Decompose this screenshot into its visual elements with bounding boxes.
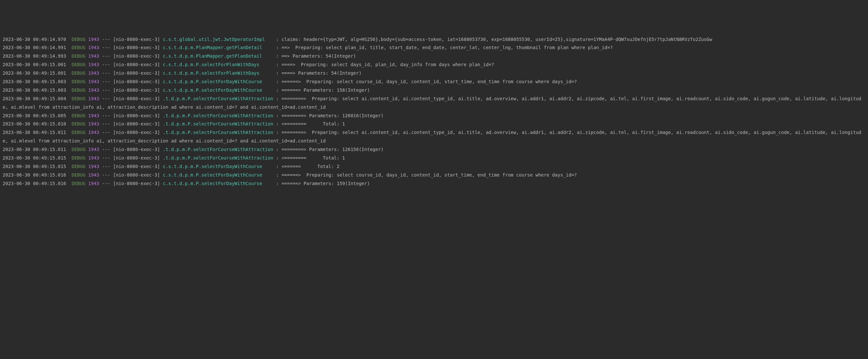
log-thread: [nio-8080-exec-3]	[113, 70, 160, 76]
log-line: 2023-06-30 00:49:15.003 DEBUG 1943 --- […	[3, 78, 865, 86]
log-separator: ---	[102, 147, 110, 152]
log-message: claims: header={typ=JWT, alg=HS256},body…	[279, 37, 712, 42]
log-pid: 1943	[88, 113, 99, 118]
log-colon: :	[276, 121, 279, 126]
log-timestamp: 2023-06-30 00:49:15.001	[3, 70, 66, 76]
log-separator: ---	[102, 45, 110, 50]
log-timestamp: 2023-06-30 00:49:15.015	[3, 164, 66, 169]
log-level: DEBUG	[72, 113, 86, 118]
log-line: 2023-06-30 00:49:15.003 DEBUG 1943 --- […	[3, 86, 865, 95]
log-colon: :	[276, 45, 279, 50]
log-timestamp: 2023-06-30 00:49:14.993	[3, 53, 66, 59]
log-level: DEBUG	[72, 79, 86, 84]
log-line: 2023-06-30 00:49:15.011 DEBUG 1943 --- […	[3, 128, 865, 145]
log-colon: :	[276, 155, 279, 160]
log-colon: :	[276, 147, 279, 152]
log-colon: :	[276, 53, 279, 59]
log-pid: 1943	[88, 172, 99, 178]
log-separator: ---	[102, 70, 110, 76]
log-timestamp: 2023-06-30 00:49:15.001	[3, 62, 66, 67]
log-separator: ---	[102, 79, 110, 84]
log-colon: :	[276, 62, 279, 67]
log-separator: ---	[102, 87, 110, 93]
log-message: <====== Total: 2	[279, 164, 339, 169]
log-pid: 1943	[88, 87, 99, 93]
log-logger: .t.d.p.m.P.selectForCourseWithAttraction	[163, 130, 273, 135]
log-level: DEBUG	[72, 96, 86, 101]
log-timestamp: 2023-06-30 00:49:15.003	[3, 87, 66, 93]
log-message: ======> Preparing: select course_id, day…	[279, 172, 577, 178]
log-separator: ---	[102, 62, 110, 67]
log-line: 2023-06-30 00:49:15.015 DEBUG 1943 --- […	[3, 154, 865, 162]
log-message: ======> Preparing: select course_id, day…	[279, 79, 577, 84]
log-separator: ---	[102, 113, 110, 118]
log-level: DEBUG	[72, 121, 86, 126]
log-logger: c.s.t.d.p.m.P.selectForDayWithCourse	[163, 87, 273, 93]
log-timestamp: 2023-06-30 00:49:14.991	[3, 45, 66, 50]
log-separator: ---	[102, 121, 110, 126]
log-message: ======> Parameters: 158(Integer)	[279, 87, 370, 93]
log-pid: 1943	[88, 70, 99, 76]
log-thread: [nio-8080-exec-3]	[113, 96, 160, 101]
log-colon: :	[276, 172, 279, 178]
log-separator: ---	[102, 172, 110, 178]
log-level: DEBUG	[72, 172, 86, 178]
log-message: <======== Total: 1	[279, 155, 345, 160]
log-pid: 1943	[88, 164, 99, 169]
log-pid: 1943	[88, 79, 99, 84]
log-separator: ---	[102, 130, 110, 135]
log-message: ======> Parameters: 159(Integer)	[279, 181, 370, 186]
log-logger: c.s.t.d.p.m.P.selectForDayWithCourse	[163, 79, 273, 84]
log-pid: 1943	[88, 130, 99, 135]
log-logger: c.s.t.d.p.m.P.selectForPlanWithDays	[163, 62, 273, 67]
log-pid: 1943	[88, 181, 99, 186]
log-logger: c.s.t.d.p.m.PlanMapper.getPlanDetail	[163, 53, 273, 59]
log-message: ========> Parameters: 126156(Integer)	[279, 147, 383, 152]
log-level: DEBUG	[72, 130, 86, 135]
log-colon: :	[276, 87, 279, 93]
log-pid: 1943	[88, 53, 99, 59]
log-timestamp: 2023-06-30 00:49:15.011	[3, 147, 66, 152]
log-thread: [nio-8080-exec-3]	[113, 121, 160, 126]
log-thread: [nio-8080-exec-3]	[113, 147, 160, 152]
log-thread: [nio-8080-exec-3]	[113, 130, 160, 135]
log-thread: [nio-8080-exec-3]	[113, 87, 160, 93]
log-logger: c.s.t.d.p.m.P.selectForPlanWithDays	[163, 70, 273, 76]
log-colon: :	[276, 113, 279, 118]
log-logger: .t.d.p.m.P.selectForCourseWithAttraction	[163, 147, 273, 152]
log-pid: 1943	[88, 155, 99, 160]
log-colon: :	[276, 70, 279, 76]
log-level: DEBUG	[72, 155, 86, 160]
log-logger: c.s.t.global.util.jwt.JwtOperatorImpl	[163, 37, 273, 42]
log-line: 2023-06-30 00:49:15.016 DEBUG 1943 --- […	[3, 179, 865, 188]
log-thread: [nio-8080-exec-3]	[113, 181, 160, 186]
log-timestamp: 2023-06-30 00:49:15.010	[3, 121, 66, 126]
log-timestamp: 2023-06-30 00:49:15.016	[3, 181, 66, 186]
log-level: DEBUG	[72, 45, 86, 50]
log-timestamp: 2023-06-30 00:49:15.005	[3, 113, 66, 118]
log-line: 2023-06-30 00:49:15.010 DEBUG 1943 --- […	[3, 120, 865, 128]
log-colon: :	[276, 164, 279, 169]
log-message: ==> Preparing: select plan_id, title, st…	[279, 45, 613, 50]
log-thread: [nio-8080-exec-3]	[113, 62, 160, 67]
log-message: ========> Parameters: 126016(Integer)	[279, 113, 383, 118]
log-output: 2023-06-30 00:49:14.970 DEBUG 1943 --- […	[3, 35, 865, 188]
log-level: DEBUG	[72, 164, 86, 169]
log-colon: :	[276, 79, 279, 84]
log-colon: :	[276, 181, 279, 186]
log-separator: ---	[102, 37, 110, 42]
log-line: 2023-06-30 00:49:14.993 DEBUG 1943 --- […	[3, 52, 865, 61]
log-colon: :	[276, 130, 279, 135]
log-separator: ---	[102, 155, 110, 160]
log-line: 2023-06-30 00:49:14.970 DEBUG 1943 --- […	[3, 35, 865, 44]
log-thread: [nio-8080-exec-3]	[113, 79, 160, 84]
log-logger: c.s.t.d.p.m.PlanMapper.getPlanDetail	[163, 45, 273, 50]
log-line: 2023-06-30 00:49:14.991 DEBUG 1943 --- […	[3, 43, 865, 52]
log-logger: .t.d.p.m.P.selectForCourseWithAttraction	[163, 155, 273, 160]
log-line: 2023-06-30 00:49:15.001 DEBUG 1943 --- […	[3, 61, 865, 69]
log-message: <======== Total: 1	[279, 121, 345, 126]
log-level: DEBUG	[72, 87, 86, 93]
log-line: 2023-06-30 00:49:15.004 DEBUG 1943 --- […	[3, 95, 865, 112]
log-message: ==> Parameters: 54(Integer)	[279, 53, 356, 59]
log-level: DEBUG	[72, 37, 86, 42]
